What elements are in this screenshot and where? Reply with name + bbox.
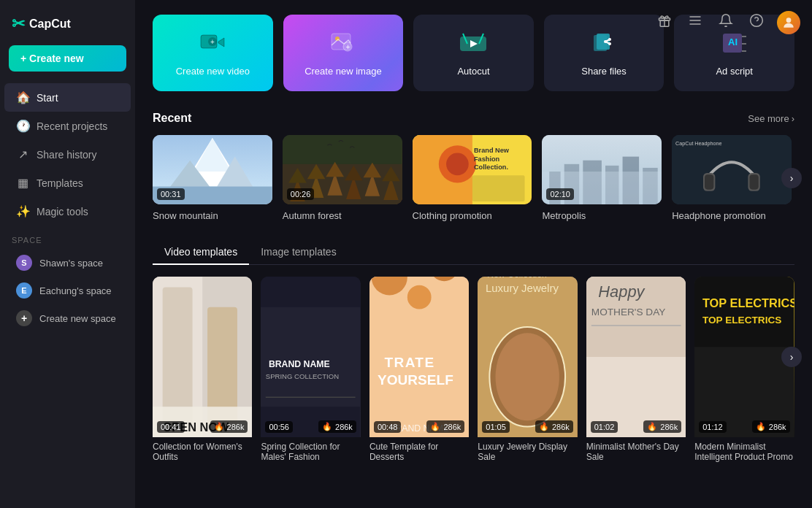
- svg-point-82: [407, 285, 432, 309]
- template-5-label: Minimalist Mother's Day Sale: [586, 437, 686, 463]
- svg-text:TOP ELECTRICS: TOP ELECTRICS: [702, 296, 794, 309]
- share-files-label: Share files: [581, 66, 626, 77]
- create-new-label: + Create new: [20, 53, 84, 64]
- template-card-2[interactable]: BRAND NAME SPRING COLLECTION 00:56 🔥 286…: [261, 277, 360, 463]
- svg-marker-9: [218, 38, 224, 47]
- bell-button[interactable]: [716, 10, 736, 34]
- svg-text:YOURSELF: YOURSELF: [378, 372, 453, 388]
- template-2-likes: 🔥 286k: [318, 420, 356, 433]
- svg-text:Fashion: Fashion: [474, 155, 500, 163]
- user-avatar[interactable]: [777, 11, 800, 34]
- create-video-icon: +: [198, 29, 227, 58]
- tab-image-templates[interactable]: Image templates: [249, 240, 348, 265]
- template-3-duration: 00:48: [374, 421, 402, 433]
- svg-rect-75: [261, 307, 360, 407]
- magic-icon: ✨: [16, 204, 29, 218]
- svg-text:Happy: Happy: [598, 282, 646, 301]
- svg-point-90: [496, 333, 559, 420]
- share-icon: ↗: [16, 147, 29, 161]
- template-card-3[interactable]: TRATE YOURSELF BRAND NAME 00:48 🔥 286k C…: [369, 277, 469, 463]
- sidebar-item-magic-tools[interactable]: ✨ Magic tools: [4, 197, 131, 226]
- eachung-avatar: E: [16, 282, 32, 299]
- svg-text:SPRING COLLECTION: SPRING COLLECTION: [266, 372, 339, 380]
- create-video-card[interactable]: + Create new video: [153, 15, 273, 91]
- template-5-duration: 01:02: [591, 421, 618, 433]
- see-more-button[interactable]: See more ›: [748, 113, 794, 124]
- list-button[interactable]: [685, 10, 705, 34]
- create-image-card[interactable]: + Create new image: [283, 15, 404, 91]
- sidebar-item-share-label: Share history: [37, 149, 96, 161]
- template-thumb-3: TRATE YOURSELF BRAND NAME 00:48 🔥 286k: [369, 277, 469, 437]
- shawn-avatar: S: [16, 255, 32, 271]
- recent-card-headphone[interactable]: CapCut Headphone Headphone promotion: [672, 135, 792, 221]
- home-icon: 🏠: [16, 91, 29, 104]
- svg-text:Brand New: Brand New: [474, 147, 510, 154]
- autocut-label: Autocut: [457, 66, 489, 77]
- template-card-5[interactable]: Happy MOTHER'S DAY 01:02 🔥 286k Minimali…: [586, 277, 686, 463]
- svg-point-22: [604, 40, 607, 43]
- recent-card-metropolis[interactable]: 02:10 Metropolis: [542, 135, 662, 221]
- svg-rect-65: [705, 174, 713, 189]
- template-scroll-right[interactable]: ›: [781, 347, 802, 367]
- template-thumb-1: OPEN NOW In Spring 00:41 🔥 286k: [153, 277, 252, 437]
- sidebar-item-share-history[interactable]: ↗ Share history: [4, 140, 131, 169]
- template-6-likes: 🔥 286k: [752, 420, 790, 433]
- autumn-forest-thumb: 00:26: [283, 135, 402, 204]
- clock-icon: 🕐: [16, 119, 29, 133]
- svg-text:MOTHER'S DAY: MOTHER'S DAY: [591, 307, 666, 318]
- template-4-likes: 🔥 286k: [535, 420, 573, 433]
- template-2-duration: 00:56: [265, 421, 293, 433]
- recent-section-header: Recent See more ›: [153, 112, 794, 125]
- sidebar-item-templates-label: Templates: [37, 177, 83, 189]
- template-card-6[interactable]: TOP ELECTRICS TOP ELECTRICS 01:12 🔥 286k…: [694, 277, 794, 463]
- templates-tabs: Video templates Image templates: [153, 240, 794, 265]
- recent-card-snow-mountain[interactable]: 00:31 Snow mountain: [153, 135, 272, 221]
- svg-text:AI: AI: [728, 36, 738, 47]
- template-4-duration: 01:05: [482, 421, 510, 433]
- autocut-icon: [459, 29, 488, 58]
- create-new-button[interactable]: + Create new: [9, 45, 126, 72]
- template-cards: OPEN NOW In Spring 00:41 🔥 286k Collecti…: [153, 277, 794, 463]
- recent-cards: 00:31 Snow mountain: [153, 135, 794, 221]
- main-content: + Create new video + Create new image Au…: [135, 0, 812, 508]
- share-files-icon: [589, 29, 618, 58]
- share-files-card[interactable]: Share files: [544, 15, 664, 91]
- sidebar-item-start-label: Start: [37, 92, 58, 104]
- clothing-label: Clothing promotion: [413, 210, 532, 221]
- svg-text:TOP ELECTRICS: TOP ELECTRICS: [702, 315, 782, 326]
- recent-card-autumn-forest[interactable]: 00:26 Autumn forest: [283, 135, 402, 221]
- svg-point-20: [608, 38, 611, 41]
- logo: ✂ CapCut: [0, 9, 135, 45]
- template-cards-wrapper: OPEN NOW In Spring 00:41 🔥 286k Collecti…: [153, 277, 794, 463]
- svg-rect-19: [597, 34, 610, 50]
- template-card-1[interactable]: OPEN NOW In Spring 00:41 🔥 286k Collecti…: [153, 277, 252, 463]
- template-4-label: Luxury Jewelry Display Sale: [478, 437, 577, 463]
- recent-scroll-right[interactable]: ›: [781, 168, 802, 188]
- sidebar-item-recent[interactable]: 🕐 Recent projects: [4, 112, 131, 140]
- template-3-likes: 🔥 286k: [426, 420, 464, 433]
- sidebar-space-shawn[interactable]: S Shawn's space: [4, 249, 131, 277]
- metropolis-thumb: 02:10: [542, 135, 662, 204]
- template-card-4[interactable]: New Collection Luxury Jewelry Shop Now 0…: [478, 277, 577, 463]
- recent-card-clothing[interactable]: Brand New Fashion Collection. Clothing p…: [413, 135, 532, 221]
- template-5-likes: 🔥 286k: [643, 420, 681, 433]
- gift-button[interactable]: [654, 10, 675, 34]
- create-space-icon: +: [16, 310, 32, 326]
- sidebar: ✂ CapCut + Create new 🏠 Start 🕐 Recent p…: [0, 0, 135, 508]
- svg-text:BRAND NAME: BRAND NAME: [269, 359, 330, 369]
- templates-icon: ▦: [16, 176, 29, 190]
- svg-rect-69: [163, 287, 193, 426]
- svg-rect-52: [472, 175, 524, 201]
- sidebar-item-templates[interactable]: ▦ Templates: [4, 169, 131, 197]
- template-1-label: Collection for Women's Outfits: [153, 437, 252, 463]
- autocut-card[interactable]: Autocut: [413, 15, 534, 91]
- space-section-label: SPACE: [0, 226, 135, 249]
- help-button[interactable]: [746, 10, 767, 34]
- create-image-label: Create new image: [304, 66, 382, 77]
- svg-point-5: [751, 15, 763, 27]
- sidebar-item-start[interactable]: 🏠 Start: [4, 83, 131, 112]
- sidebar-create-space[interactable]: + Create new space: [4, 304, 131, 332]
- sidebar-space-eachung[interactable]: E Eachung's space: [4, 277, 131, 304]
- tab-video-templates[interactable]: Video templates: [153, 240, 249, 265]
- clothing-thumb: Brand New Fashion Collection.: [413, 135, 532, 204]
